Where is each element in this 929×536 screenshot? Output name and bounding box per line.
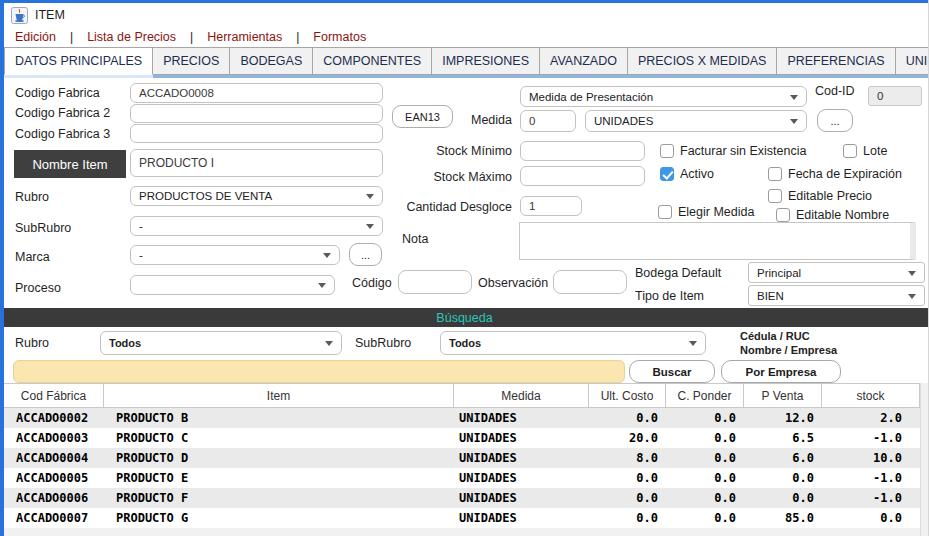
table-row[interactable]: ACCADO0005PRODUCTO EUNIDADES0.00.00.0-1.… xyxy=(4,468,920,488)
facturar-sin-existencia-checkbox[interactable]: Facturar sin Existencia xyxy=(660,144,806,158)
table-cell: 20.0 xyxy=(589,428,666,448)
editable-nombre-checkbox[interactable]: Editable Nombre xyxy=(776,208,889,222)
results-table: Cod FábricaItemMedidaUlt. CostoC. Ponder… xyxy=(4,383,920,536)
menu-separator: | xyxy=(296,30,299,44)
elegir-medida-checkbox[interactable]: Elegir Medida xyxy=(658,205,754,219)
medida-unit-select[interactable]: UNIDADES xyxy=(585,110,807,132)
marca-select[interactable]: - xyxy=(130,245,340,265)
window-border-left xyxy=(0,0,4,536)
por-empresa-button[interactable]: Por Empresa xyxy=(721,360,841,383)
stock-minimo-input[interactable] xyxy=(520,141,645,161)
nombre-empresa-hint: Nombre / Empresa xyxy=(740,344,837,356)
tab-impresiones[interactable]: IMPRESIONES xyxy=(432,47,540,75)
column-header-cod-f-brica[interactable]: Cod Fábrica xyxy=(4,384,104,407)
stock-maximo-input[interactable] xyxy=(520,166,645,186)
table-cell: ACCADO0007 xyxy=(4,508,104,528)
editable-precio-checkbox[interactable]: Editable Precio xyxy=(768,189,872,203)
subrubro-label: SubRubro xyxy=(15,221,71,235)
tab-precios-x-medidas[interactable]: PRECIOS X MEDIDAS xyxy=(628,47,778,75)
table-cell: PRODUCTO E xyxy=(104,468,454,488)
marca-more-button[interactable]: ... xyxy=(349,243,382,266)
codigo-fabrica3-input[interactable] xyxy=(130,124,383,143)
observacion-input[interactable] xyxy=(553,270,627,294)
rubro-select[interactable]: PRODUCTOS DE VENTA xyxy=(130,186,383,206)
column-header-ult-costo[interactable]: Ult. Costo xyxy=(589,384,666,407)
table-cell: ACCADO0006 xyxy=(4,488,104,508)
marca-value: - xyxy=(139,249,143,261)
title-bar: ITEM xyxy=(4,3,929,27)
search-input[interactable] xyxy=(13,360,625,383)
nota-label: Nota xyxy=(402,232,428,246)
checkbox-icon xyxy=(660,167,674,181)
table-cell: 0.0 xyxy=(666,448,744,468)
codigo-fabrica2-input[interactable] xyxy=(130,104,383,123)
results-header: Cod FábricaItemMedidaUlt. CostoC. Ponder… xyxy=(4,384,920,408)
codigo-fabrica-label: Codigo Fabrica xyxy=(15,86,100,100)
checkbox-icon xyxy=(658,205,672,219)
table-row[interactable]: ACCADO0006PRODUCTO FUNIDADES0.00.00.0-1.… xyxy=(4,488,920,508)
chevron-down-icon xyxy=(366,194,374,199)
checkbox-label: Lote xyxy=(863,144,887,158)
tab-preferencias[interactable]: PREFERENCIAS xyxy=(777,47,895,75)
table-cell: ACCADO0002 xyxy=(4,408,104,428)
busqueda-subrubro-select[interactable]: Todos xyxy=(440,331,706,355)
lote-checkbox[interactable]: Lote xyxy=(843,144,887,158)
checkbox-icon xyxy=(660,144,674,158)
table-cell: ACCADO0004 xyxy=(4,448,104,468)
tab-precios[interactable]: PRECIOS xyxy=(153,47,230,75)
window-bottom-band xyxy=(4,528,920,536)
medida-more-button[interactable]: ... xyxy=(817,109,853,132)
tab-unir[interactable]: UNIR xyxy=(896,47,929,75)
chevron-down-icon xyxy=(323,253,331,258)
tab-componentes[interactable]: COMPONENTES xyxy=(313,47,432,75)
column-header-c-ponder[interactable]: C. Ponder xyxy=(666,384,744,407)
table-cell: 8.0 xyxy=(589,448,666,468)
proceso-select[interactable] xyxy=(130,275,335,295)
window-title: ITEM xyxy=(35,8,65,22)
chevron-down-icon xyxy=(908,294,916,299)
cantidad-desgloce-input[interactable]: 1 xyxy=(520,196,582,216)
table-row[interactable]: ACCADO0003PRODUCTO CUNIDADES20.00.06.5-1… xyxy=(4,428,920,448)
chevron-down-icon xyxy=(790,119,798,124)
checkbox-label: Editable Nombre xyxy=(796,208,889,222)
codigo-input[interactable] xyxy=(398,270,472,294)
proceso-label: Proceso xyxy=(15,281,61,295)
medida-presentacion-select[interactable]: Medida de Presentación xyxy=(520,86,807,107)
column-header-medida[interactable]: Medida xyxy=(454,384,589,407)
table-cell: 2.0 xyxy=(822,408,920,428)
table-cell: 0.0 xyxy=(589,468,666,488)
menu-item-herramientas[interactable]: Herramientas xyxy=(207,30,282,44)
nombre-item-input[interactable]: PRODUCTO I xyxy=(130,149,383,177)
chevron-down-icon xyxy=(790,95,798,100)
activo-checkbox[interactable]: Activo xyxy=(660,167,714,181)
tipo-item-select[interactable]: BIEN xyxy=(748,285,925,306)
subrubro-select[interactable]: - xyxy=(130,216,383,236)
medida-presentacion-value: Medida de Presentación xyxy=(529,91,653,103)
cedula-ruc-hint: Cédula / RUC xyxy=(740,330,810,342)
column-header-stock[interactable]: stock xyxy=(822,384,920,407)
medida-qty-input[interactable]: 0 xyxy=(520,110,576,132)
codigo-fabrica-input[interactable]: ACCADO0008 xyxy=(130,83,383,103)
menu-item-edici-n[interactable]: Edición xyxy=(15,30,56,44)
busqueda-rubro-select[interactable]: Todos xyxy=(100,331,342,355)
tab-avanzado[interactable]: AVANZADO xyxy=(540,47,628,75)
column-header-p-venta[interactable]: P Venta xyxy=(744,384,822,407)
bodega-default-select[interactable]: Principal xyxy=(748,262,925,283)
table-row[interactable]: ACCADO0004PRODUCTO DUNIDADES8.00.06.010.… xyxy=(4,448,920,468)
tab-datos-principales[interactable]: DATOS PRINCIPALES xyxy=(4,47,153,75)
nota-textarea[interactable] xyxy=(519,222,916,260)
cantidad-desgloce-label: Cantidad Desgloce xyxy=(392,200,512,214)
table-row[interactable]: ACCADO0007PRODUCTO GUNIDADES0.00.085.00.… xyxy=(4,508,920,528)
fecha-expiracion-checkbox[interactable]: Fecha de Expiración xyxy=(768,167,902,181)
tab-bodegas[interactable]: BODEGAS xyxy=(230,47,313,75)
chevron-down-icon xyxy=(318,283,326,288)
column-header-item[interactable]: Item xyxy=(104,384,454,407)
menu-item-lista-de-precios[interactable]: Lista de Precios xyxy=(87,30,176,44)
java-app-icon xyxy=(11,7,28,24)
table-row[interactable]: ACCADO0002PRODUCTO BUNIDADES0.00.012.02.… xyxy=(4,408,920,428)
table-cell: 0.0 xyxy=(666,428,744,448)
buscar-button[interactable]: Buscar xyxy=(629,360,715,383)
checkbox-label: Facturar sin Existencia xyxy=(680,144,806,158)
item-window: ITEM Edición|Lista de Precios|Herramient… xyxy=(0,0,929,536)
menu-item-formatos[interactable]: Formatos xyxy=(313,30,366,44)
